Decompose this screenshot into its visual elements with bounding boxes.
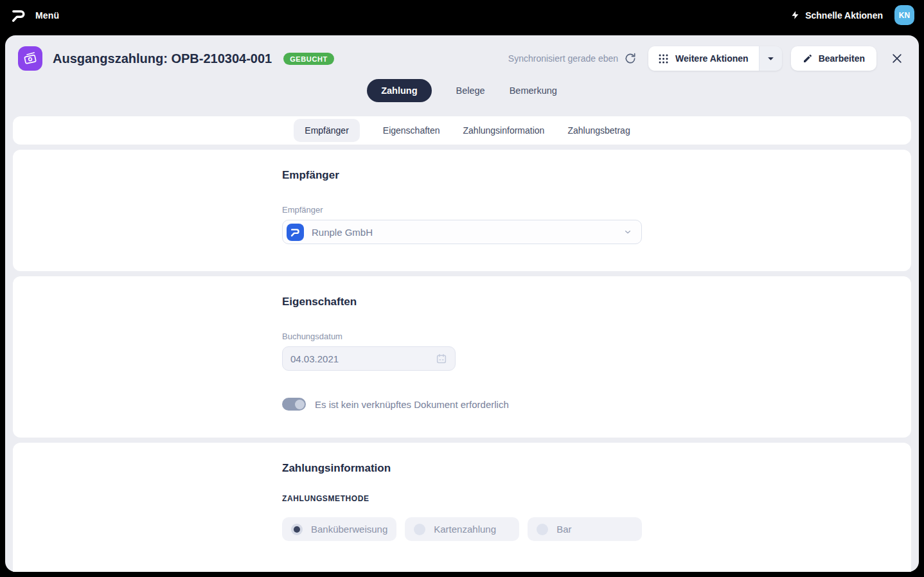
content-area: Empfänger Eigenschaften Zahlungsinformat… [5,103,919,572]
modal-header: Ausgangszahlung: OPB-210304-001 GEBUCHT … [5,35,919,71]
payment-method-options: Banküberweisung Kartenzahlung Bar [282,517,642,541]
section-heading-eigenschaften: Eigenschaften [282,296,642,308]
quick-actions-button[interactable]: Schnelle Aktionen [790,9,883,21]
runple-logo-icon[interactable] [10,6,27,24]
radio-unselected-icon [537,524,548,535]
close-icon [891,52,903,65]
top-app-bar: Menü Schnelle Aktionen KN [0,0,924,30]
radio-unselected-icon [414,524,425,535]
more-actions-split-button[interactable]: Weitere Aktionen [648,46,782,71]
tab-zahlung[interactable]: Zahlung [367,79,431,102]
more-actions-label: Weitere Aktionen [675,53,749,64]
recipient-select[interactable]: Runple GmbH [282,220,642,244]
grid-dots-icon [659,54,668,64]
payment-method-bar[interactable]: Bar [528,517,642,541]
user-avatar[interactable]: KN [894,5,914,25]
edit-button[interactable]: Bearbeiten [791,46,876,71]
payment-detail-modal: Ausgangszahlung: OPB-210304-001 GEBUCHT … [5,35,919,572]
close-button[interactable] [888,49,906,67]
runple-company-logo-icon [287,224,304,241]
caret-down-icon [767,57,774,61]
payment-wallet-icon [18,46,42,71]
page-title: Ausgangszahlung: OPB-210304-001 [53,51,272,66]
payment-method-group-label: ZAHLUNGSMETHODE [282,494,642,503]
edit-button-label: Bearbeiten [819,53,865,64]
chevron-down-icon [623,227,632,236]
booking-date-value: 04.03.2021 [290,353,339,364]
card-zahlungsinformation: Zahlungsinformation ZAHLUNGSMETHODE Bank… [13,443,911,572]
no-linked-document-label: Es ist kein verknüpftes Dokument erforde… [315,399,509,410]
sync-status: Synchronisiert gerade eben [508,52,637,65]
calendar-icon [436,353,447,364]
refresh-icon[interactable] [624,52,637,65]
more-actions-button[interactable]: Weitere Aktionen [648,46,759,71]
payment-method-bankueberweisung[interactable]: Banküberweisung [282,517,396,541]
radio-selected-icon [291,524,303,535]
booking-date-input[interactable]: 04.03.2021 [282,346,456,371]
subtab-empfaenger[interactable]: Empfänger [294,119,359,142]
menu-button[interactable]: Menü [35,10,59,21]
subtab-zahlungsbetrag[interactable]: Zahlungsbetrag [567,125,630,136]
main-tabs: Zahlung Belege Bemerkung [5,78,919,103]
lightning-icon [790,9,800,21]
status-badge: GEBUCHT [283,53,334,65]
subtab-eigenschaften[interactable]: Eigenschaften [383,125,440,136]
recipient-select-value: Runple GmbH [312,227,373,238]
tab-belege[interactable]: Belege [456,85,485,96]
section-nav-bar: Empfänger Eigenschaften Zahlungsinformat… [13,116,911,145]
subtab-zahlungsinformation[interactable]: Zahlungsinformation [463,125,545,136]
card-eigenschaften: Eigenschaften Buchungsdatum 04.03.2021 E… [13,276,911,438]
no-linked-document-toggle[interactable] [282,398,306,411]
section-heading-empfaenger: Empfänger [282,169,642,182]
card-empfaenger: Empfänger Empfänger Runple GmbH [13,150,911,271]
booking-date-label: Buchungsdatum [282,332,642,341]
pencil-icon [803,53,813,64]
more-actions-dropdown-toggle[interactable] [759,46,782,71]
payment-method-kartenzahlung[interactable]: Kartenzahlung [405,517,519,541]
recipient-field-label: Empfänger [282,205,642,215]
tab-bemerkung[interactable]: Bemerkung [510,85,557,96]
section-heading-zahlungsinformation: Zahlungsinformation [282,462,642,475]
